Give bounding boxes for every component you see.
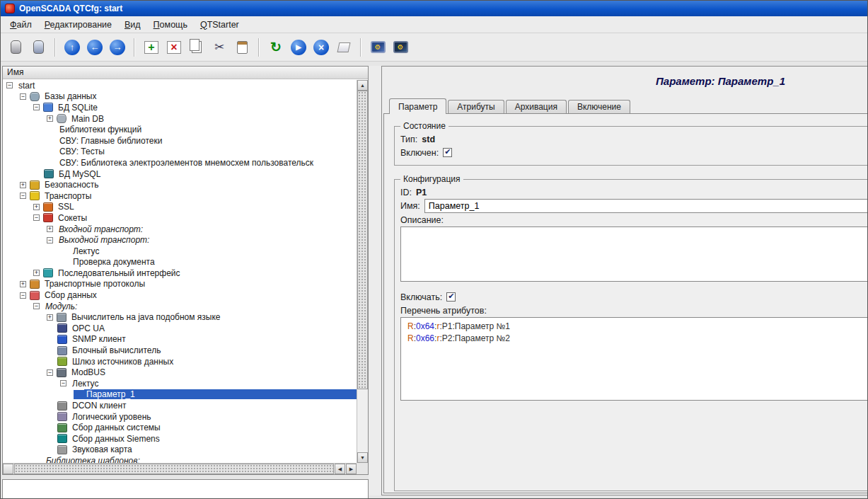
copy-item-icon xyxy=(190,39,199,51)
tree-item[interactable]: −Базы данных xyxy=(4,91,357,103)
collapse-icon[interactable]: − xyxy=(20,292,26,299)
attribute-segment: Параметр №1 xyxy=(455,321,510,331)
up-button[interactable]: ↑ xyxy=(62,37,83,58)
horizontal-scrollbar-thumb[interactable] xyxy=(14,464,334,474)
tree-item[interactable]: +SSL xyxy=(4,202,357,213)
tree-item[interactable]: DCON клиент xyxy=(4,400,357,411)
paste-button[interactable] xyxy=(231,37,253,58)
collapse-icon[interactable]: − xyxy=(33,214,40,221)
tree-item-selected[interactable]: Параметр_1 xyxy=(4,389,357,401)
expand-icon[interactable]: + xyxy=(33,270,40,276)
expand-icon[interactable]: + xyxy=(47,226,53,232)
scroll-right-icon[interactable]: ▶ xyxy=(346,464,357,474)
enabled-checkbox[interactable] xyxy=(443,148,452,157)
collapse-icon[interactable]: − xyxy=(6,82,13,88)
collapse-icon[interactable]: − xyxy=(60,380,66,386)
tree-item[interactable]: −ModBUS xyxy=(4,367,357,378)
expand-icon[interactable]: + xyxy=(47,314,53,321)
tree-item[interactable]: OPC UA xyxy=(4,323,357,334)
tree-item[interactable]: Проверка документа xyxy=(4,257,357,268)
tree-item[interactable]: −Сбор данных xyxy=(4,289,357,301)
tree-item-label: OPC UA xyxy=(70,323,107,333)
tree-item[interactable]: −Лектус xyxy=(4,378,357,389)
tab-attributes[interactable]: Атрибуты xyxy=(448,100,504,113)
menu-item-edit[interactable]: Редактирование xyxy=(38,18,118,32)
copy-button[interactable] xyxy=(186,37,207,58)
description-textarea[interactable] xyxy=(400,226,868,282)
expand-icon[interactable]: + xyxy=(33,204,40,210)
tab-enable[interactable]: Включение xyxy=(568,100,630,113)
tree-item[interactable]: +Вычислитель на java подобном языке xyxy=(4,311,357,323)
menu-item-file[interactable]: Файл xyxy=(4,18,38,32)
tree-item[interactable]: SNMP клиент xyxy=(4,334,357,345)
panel-splitter[interactable] xyxy=(369,66,381,495)
tree-item[interactable]: Логический уровень xyxy=(4,411,357,423)
cut-button[interactable]: ✂ xyxy=(209,37,230,58)
tree-item[interactable]: Сбор данных системы xyxy=(4,422,357,433)
tree-item[interactable]: Звуковая карта xyxy=(4,444,357,456)
attribute-list[interactable]: R:0x64:r:P1:Параметр №1R:0x66:r:P2:Парам… xyxy=(400,317,868,401)
tree-item[interactable]: Лектус xyxy=(4,246,357,257)
tree-item[interactable]: Библиотека шаблонов: xyxy=(4,455,357,463)
tree-item[interactable]: Блочный вычислитель xyxy=(4,345,357,356)
tree-item[interactable]: −Транспорты xyxy=(4,190,357,202)
refresh-button[interactable]: ↻ xyxy=(265,37,287,58)
menu-item-help[interactable]: Помощь xyxy=(147,18,194,32)
add-button[interactable]: + xyxy=(141,37,162,58)
expand-icon[interactable]: + xyxy=(20,281,26,287)
tab-archiving[interactable]: Архивация xyxy=(506,100,567,113)
tree-item[interactable]: −Сокеты xyxy=(4,212,357,224)
collapse-icon[interactable]: − xyxy=(47,237,53,243)
stop-button[interactable]: × xyxy=(311,37,332,58)
tree-item[interactable]: +Последовательный интерфейс xyxy=(4,268,357,279)
tree-item[interactable]: +Безопасность xyxy=(4,179,357,190)
vertical-scrollbar-thumb[interactable] xyxy=(357,91,368,389)
tree-item[interactable]: −Модуль: xyxy=(4,301,357,312)
scroll-left-icon[interactable]: ◀ xyxy=(335,464,345,474)
delete-button[interactable]: × xyxy=(163,37,185,58)
clean-button[interactable] xyxy=(333,37,354,58)
save-button[interactable] xyxy=(28,37,49,58)
forward-button[interactable]: → xyxy=(107,37,128,58)
tree-item[interactable]: +Main DB xyxy=(4,113,357,125)
vertical-scrollbar[interactable]: ▲ ▼ xyxy=(357,80,368,463)
collapse-icon[interactable]: − xyxy=(33,104,40,110)
menu-item-view[interactable]: Вид xyxy=(118,18,147,32)
tree-item[interactable]: −БД SQLite xyxy=(4,102,357,113)
tree-item[interactable]: −Выходной транспорт: xyxy=(4,234,357,246)
vision-button[interactable]: ⚙ xyxy=(390,37,411,58)
to-enable-checkbox[interactable] xyxy=(446,292,456,302)
scroll-up-icon[interactable]: ▲ xyxy=(357,80,368,91)
collapse-icon[interactable]: − xyxy=(33,303,40,309)
load-button[interactable] xyxy=(5,37,26,58)
tree-item[interactable]: СВУ: Тесты xyxy=(4,147,357,158)
tree-item[interactable]: +Входной транспорт: xyxy=(4,224,357,235)
tree-item[interactable]: Сбор данных Siemens xyxy=(4,433,357,444)
tree-item[interactable]: Библиотеки функций xyxy=(4,124,357,135)
expand-icon[interactable]: + xyxy=(20,182,26,188)
tree-item[interactable]: +Транспортные протоколы xyxy=(4,279,357,290)
tree-item-label: Входной транспорт: xyxy=(57,224,145,234)
tree-branch-spacer xyxy=(47,125,57,134)
titlebar[interactable]: OpenSCADA QTCfg: start xyxy=(1,1,867,16)
collapse-icon[interactable]: − xyxy=(20,93,26,100)
scroll-home-button[interactable] xyxy=(3,464,13,474)
transports-icon xyxy=(30,191,40,200)
horizontal-scrollbar[interactable]: ◀ ▶ xyxy=(3,463,357,474)
menu-item-qtstarter[interactable]: QTStarter xyxy=(194,18,245,32)
start-button[interactable]: ▶ xyxy=(288,37,309,58)
expand-icon[interactable]: + xyxy=(47,115,53,122)
back-button[interactable]: ← xyxy=(84,37,105,58)
collapse-icon[interactable]: − xyxy=(20,193,26,199)
tree-item[interactable]: БД MySQL xyxy=(4,168,357,180)
configurator-button[interactable]: ⚙ xyxy=(367,37,388,58)
collapse-icon[interactable]: − xyxy=(47,369,53,376)
scroll-down-icon[interactable]: ▼ xyxy=(357,452,368,463)
tree-item-label: Сбор данных системы xyxy=(70,423,163,432)
tree-item[interactable]: СВУ: Главные библиотеки xyxy=(4,135,357,147)
tab-parameter[interactable]: Параметр xyxy=(389,98,446,114)
tree-item[interactable]: СВУ: Библиотека электроэлементов мнемосх… xyxy=(4,157,357,168)
tree-item[interactable]: Шлюз источников данных xyxy=(4,356,357,367)
tree-item[interactable]: −start xyxy=(4,80,357,91)
name-input[interactable] xyxy=(424,199,868,213)
